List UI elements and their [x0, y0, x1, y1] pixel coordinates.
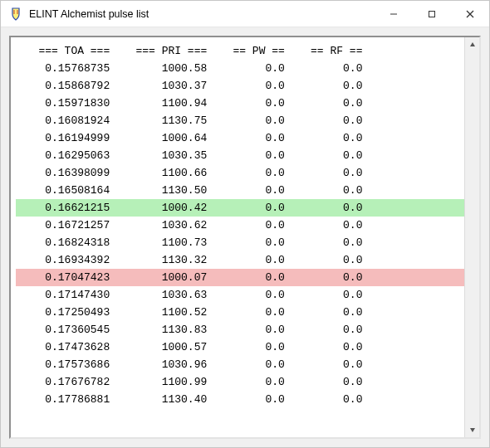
- svg-marker-4: [470, 42, 475, 46]
- svg-marker-5: [470, 428, 475, 432]
- list-item[interactable]: 0.16194999 1000.64 0.0 0.0: [16, 129, 464, 147]
- list-frame: === TOA === === PRI === == PW == == RF =…: [9, 36, 481, 439]
- list-item[interactable]: 0.17473628 1000.57 0.0 0.0: [16, 338, 464, 356]
- close-button[interactable]: [451, 1, 489, 27]
- list-item[interactable]: 0.17250493 1100.52 0.0 0.0: [16, 304, 464, 321]
- titlebar[interactable]: ELINT Alchemist pulse list: [1, 1, 489, 27]
- vertical-scrollbar[interactable]: [464, 37, 479, 437]
- list-item[interactable]: 0.16081924 1130.75 0.0 0.0: [16, 112, 464, 129]
- app-window: ELINT Alchemist pulse list === TOA === =…: [0, 0, 490, 448]
- scroll-track[interactable]: [465, 52, 479, 422]
- scroll-up-button[interactable]: [465, 37, 479, 52]
- list-item[interactable]: 0.16721257 1030.62 0.0 0.0: [16, 217, 464, 234]
- list-item[interactable]: 0.16398099 1100.66 0.0 0.0: [16, 164, 464, 182]
- svg-rect-1: [429, 11, 435, 17]
- scroll-down-button[interactable]: [465, 422, 479, 437]
- list-item[interactable]: 0.16295063 1030.35 0.0 0.0: [16, 147, 464, 164]
- list-item[interactable]: 0.15868792 1030.37 0.0 0.0: [16, 77, 464, 95]
- list-item[interactable]: 0.17147430 1030.63 0.0 0.0: [16, 286, 464, 304]
- header-row: === TOA === === PRI === == PW == == RF =…: [16, 42, 464, 60]
- list-item[interactable]: 0.16934392 1130.32 0.0 0.0: [16, 251, 464, 269]
- list-item[interactable]: 0.16621215 1000.42 0.0 0.0: [16, 199, 464, 217]
- list-item[interactable]: 0.17786881 1130.40 0.0 0.0: [16, 391, 464, 408]
- list-item[interactable]: 0.17047423 1000.07 0.0 0.0: [16, 269, 464, 286]
- list-item[interactable]: 0.17573686 1030.96 0.0 0.0: [16, 356, 464, 373]
- client-area: === TOA === === PRI === == PW == == RF =…: [1, 27, 489, 447]
- window-title: ELINT Alchemist pulse list: [29, 8, 375, 20]
- maximize-button[interactable]: [413, 1, 451, 27]
- list-item[interactable]: 0.15971830 1100.94 0.0 0.0: [16, 95, 464, 112]
- app-icon: [9, 7, 22, 21]
- list-item[interactable]: 0.15768735 1000.58 0.0 0.0: [16, 60, 464, 77]
- list-item[interactable]: 0.16824318 1100.73 0.0 0.0: [16, 234, 464, 251]
- list-item[interactable]: 0.16508164 1130.50 0.0 0.0: [16, 182, 464, 199]
- list-item[interactable]: 0.17676782 1100.99 0.0 0.0: [16, 373, 464, 391]
- minimize-button[interactable]: [375, 1, 413, 27]
- list-item[interactable]: 0.17360545 1130.83 0.0 0.0: [16, 321, 464, 338]
- pulse-listbox[interactable]: === TOA === === PRI === == PW == == RF =…: [11, 37, 464, 437]
- window-controls: [375, 1, 489, 27]
